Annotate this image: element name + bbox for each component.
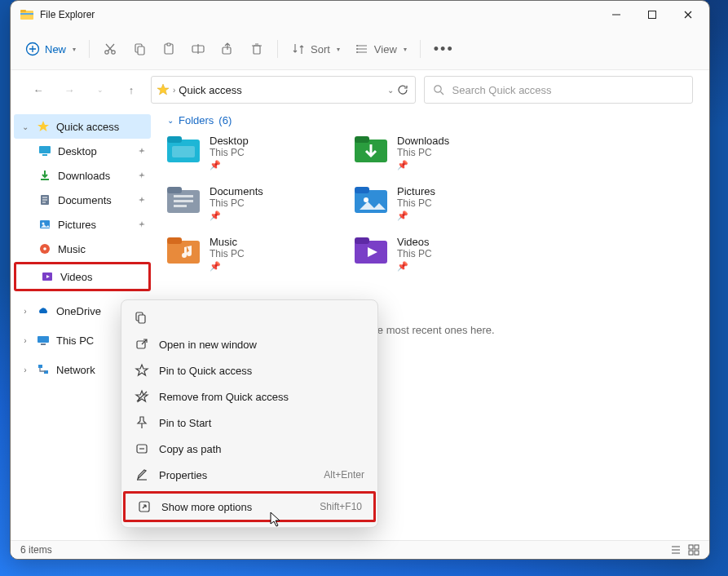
folder-documents[interactable]: DocumentsThis PC📌 (167, 185, 355, 221)
copy-button[interactable] (126, 35, 153, 63)
sidebar-label: Quick access (56, 121, 119, 133)
ctx-copy-path[interactable]: Copy as path (123, 436, 376, 462)
svg-rect-20 (223, 47, 231, 54)
rename-button[interactable] (184, 35, 212, 63)
svg-rect-73 (139, 315, 145, 323)
window-title: File Explorer (40, 9, 95, 20)
forward-button[interactable]: → (58, 84, 81, 96)
rename-icon (191, 42, 205, 56)
sidebar-quick-access[interactable]: ⌄ Quick access (14, 114, 151, 139)
svg-point-42 (43, 247, 46, 250)
search-box[interactable]: Search Quick access (424, 76, 694, 104)
svg-rect-71 (695, 551, 699, 555)
svg-rect-64 (355, 237, 369, 244)
pin-icon (138, 196, 146, 204)
ctx-open-new-window[interactable]: Open in new window (123, 331, 376, 357)
folder-desktop[interactable]: DesktopThis PC📌 (167, 135, 355, 171)
pin-icon (138, 171, 146, 179)
ctx-show-more-options[interactable]: Show more options Shift+F10 (126, 494, 373, 520)
svg-point-29 (356, 51, 358, 53)
new-label: New (45, 43, 66, 55)
svg-rect-49 (167, 136, 182, 143)
svg-rect-55 (174, 195, 193, 197)
open-new-window-icon (135, 337, 149, 352)
share-button[interactable] (214, 35, 241, 63)
folder-music[interactable]: MusicThis PC📌 (167, 236, 355, 272)
downloads-icon (38, 169, 51, 182)
cut-button[interactable] (96, 35, 124, 63)
network-icon (37, 363, 50, 376)
star-icon (157, 83, 170, 96)
svg-rect-33 (42, 154, 47, 156)
sort-icon (291, 42, 306, 56)
svg-rect-52 (355, 136, 369, 143)
folders-grid: DesktopThis PC📌 DownloadsThis PC📌 Docume… (167, 135, 696, 272)
sidebar-item-videos[interactable]: Videos (14, 262, 151, 291)
ctx-properties[interactable]: Properties Alt+Enter (123, 462, 376, 488)
pin-icon (135, 415, 149, 430)
properties-icon (135, 467, 149, 482)
svg-rect-1 (20, 10, 26, 12)
documents-folder-icon (167, 185, 200, 215)
svg-rect-50 (172, 146, 195, 157)
svg-rect-21 (254, 46, 260, 54)
context-menu: Open in new window Pin to Quick access R… (121, 299, 378, 528)
chevron-down-icon[interactable]: ⌄ (387, 86, 394, 95)
refresh-button[interactable] (397, 84, 408, 95)
sort-button[interactable]: Sort▾ (285, 35, 346, 63)
back-button[interactable]: ← (27, 84, 50, 96)
file-explorer-icon (20, 8, 33, 21)
folder-pictures[interactable]: PicturesThis PC📌 (355, 185, 542, 221)
more-button[interactable]: ••• (427, 35, 461, 63)
more-icon: ••• (434, 41, 454, 58)
ctx-pin-start[interactable]: Pin to Start (123, 410, 376, 436)
svg-rect-45 (41, 343, 46, 345)
sidebar-item-pictures[interactable]: Pictures (14, 212, 151, 237)
sidebar-item-downloads[interactable]: Downloads (14, 163, 151, 188)
star-outline-icon (135, 363, 149, 378)
folder-videos[interactable]: VideosThis PC📌 (355, 236, 542, 272)
item-count: 6 items (20, 544, 52, 556)
star-icon (37, 120, 50, 133)
sidebar-item-documents[interactable]: Documents (14, 188, 151, 212)
copy-path-icon (135, 441, 149, 456)
close-button[interactable] (670, 2, 706, 27)
desktop-folder-icon (167, 135, 200, 164)
details-view-button[interactable] (670, 544, 682, 556)
status-bar: 6 items (11, 540, 709, 559)
svg-rect-69 (695, 545, 699, 549)
address-bar[interactable]: › Quick access ⌄ (151, 76, 416, 104)
view-button[interactable]: View▾ (348, 35, 413, 63)
titlebar[interactable]: File Explorer (11, 1, 709, 29)
folders-group-header[interactable]: ⌄ Folders (6) (167, 114, 696, 126)
svg-rect-46 (38, 365, 42, 368)
maximize-button[interactable] (634, 2, 670, 27)
show-more-icon (137, 499, 152, 514)
svg-point-40 (42, 223, 45, 225)
ctx-copy-button[interactable] (131, 308, 149, 326)
paste-button[interactable] (155, 35, 183, 63)
breadcrumb-root[interactable]: Quick access (179, 84, 383, 96)
up-button[interactable]: ↑ (120, 84, 143, 96)
thumbnails-view-button[interactable] (688, 544, 699, 556)
pin-icon (138, 147, 146, 155)
sidebar-item-desktop[interactable]: Desktop (14, 139, 151, 163)
recent-dropdown[interactable]: ⌄ (89, 86, 112, 94)
copy-icon (132, 42, 147, 56)
music-folder-icon (167, 236, 200, 265)
music-icon (38, 242, 51, 255)
sidebar-item-music[interactable]: Music (14, 237, 151, 261)
ctx-pin-quick-access[interactable]: Pin to Quick access (123, 357, 376, 383)
ctx-remove-quick-access[interactable]: Remove from Quick access (123, 383, 376, 410)
svg-rect-56 (174, 200, 193, 202)
videos-icon (41, 270, 54, 283)
paste-icon (161, 42, 176, 56)
delete-button[interactable] (243, 35, 271, 63)
minimize-button[interactable] (598, 2, 634, 27)
new-button[interactable]: New▾ (19, 35, 82, 63)
copy-icon (133, 310, 148, 325)
svg-rect-54 (167, 187, 182, 193)
folder-downloads[interactable]: DownloadsThis PC📌 (355, 135, 542, 171)
desktop-icon (38, 144, 51, 157)
svg-line-31 (440, 92, 443, 95)
